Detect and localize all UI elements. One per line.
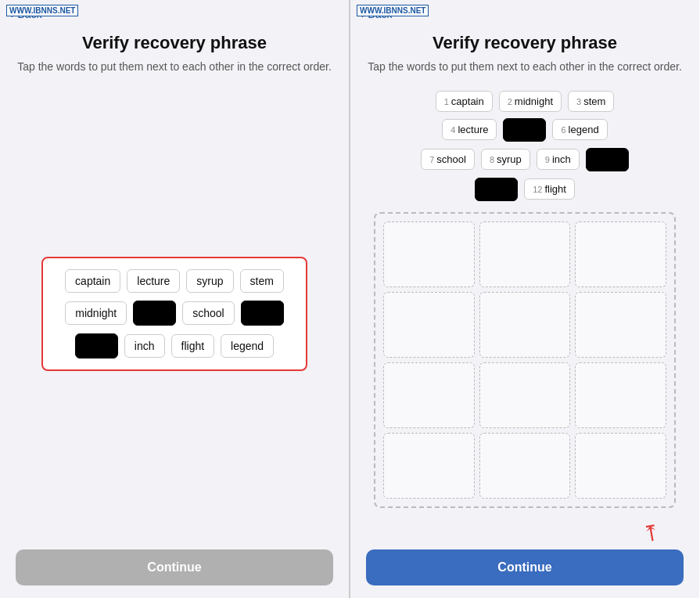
- slot-redacted-10[interactable]: [586, 148, 629, 171]
- slot-legend[interactable]: 6legend: [552, 119, 607, 140]
- drop-cell-9[interactable]: [575, 362, 666, 428]
- subtitle-right: Tap the words to put them next to each o…: [368, 59, 682, 75]
- drop-cell-2[interactable]: [479, 222, 571, 287]
- drop-cell-8[interactable]: [479, 362, 571, 428]
- word-row-2: midnight school: [52, 301, 296, 326]
- drop-cell-5[interactable]: [479, 292, 571, 358]
- slot-row-3: 7school 8syrup 9inch: [374, 148, 676, 171]
- panel-left: WWW.IBNNS.NET › Back Verify recovery phr…: [0, 0, 350, 598]
- word-chip-redacted-1[interactable]: [133, 301, 176, 326]
- word-chip-school[interactable]: school: [182, 301, 234, 325]
- slot-captain[interactable]: 1captain: [436, 91, 493, 112]
- slot-row-4: 12flight: [374, 178, 676, 201]
- slot-redacted-11[interactable]: [475, 178, 518, 201]
- continue-area-right: ⤒ Continue: [350, 508, 699, 598]
- word-chip-captain[interactable]: captain: [65, 269, 120, 293]
- word-bank-box: captain lecture syrup stem midnight scho…: [41, 257, 307, 371]
- drop-cell-7[interactable]: [383, 362, 475, 428]
- drop-cell-11[interactable]: [479, 433, 571, 499]
- subtitle-left: Tap the words to put them next to each o…: [17, 59, 332, 75]
- word-row-1: captain lecture syrup stem: [52, 269, 296, 293]
- word-chip-inch[interactable]: inch: [124, 334, 165, 358]
- slot-midnight[interactable]: 2midnight: [499, 91, 562, 112]
- title-right: Verify recovery phrase: [433, 33, 617, 53]
- drop-cell-10[interactable]: [383, 433, 475, 499]
- watermark-left: WWW.IBNNS.NET: [6, 5, 78, 16]
- slot-school[interactable]: 7school: [421, 149, 475, 170]
- word-chip-lecture[interactable]: lecture: [127, 269, 180, 293]
- slot-stem[interactable]: 3stem: [568, 91, 614, 112]
- title-left: Verify recovery phrase: [82, 33, 267, 53]
- word-chip-legend[interactable]: legend: [221, 334, 274, 358]
- continue-button-right[interactable]: Continue: [366, 549, 684, 585]
- arrow-hint: ⤒: [366, 521, 684, 549]
- panel-left-content: Verify recovery phrase Tap the words to …: [0, 25, 349, 537]
- slot-row-2: 4lecture 6legend: [374, 118, 676, 142]
- drop-cell-1[interactable]: [383, 222, 475, 287]
- slot-lecture[interactable]: 4lecture: [442, 119, 497, 140]
- panel-right-content: Verify recovery phrase Tap the words to …: [350, 25, 699, 508]
- word-chip-stem[interactable]: stem: [240, 269, 284, 293]
- word-bank-area: captain lecture syrup stem midnight scho…: [16, 91, 333, 537]
- word-chip-midnight[interactable]: midnight: [65, 301, 127, 325]
- drop-area: [374, 212, 676, 508]
- drop-cell-6[interactable]: [575, 292, 666, 358]
- word-row-3: inch flight legend: [52, 333, 296, 358]
- drop-cell-3[interactable]: [575, 222, 666, 287]
- continue-area-left: Continue: [0, 537, 349, 598]
- word-chip-redacted-3[interactable]: [75, 333, 118, 358]
- numbered-slots: 1captain 2midnight 3stem 4lecture 6legen…: [366, 91, 684, 201]
- word-chip-flight[interactable]: flight: [171, 334, 215, 358]
- drop-cell-4[interactable]: [383, 292, 475, 358]
- word-chip-redacted-2[interactable]: [241, 301, 284, 326]
- watermark-right: WWW.IBNNS.NET: [357, 5, 429, 16]
- panel-right: WWW.IBNNS.NET › Back Verify recovery phr…: [350, 0, 699, 598]
- word-chip-syrup[interactable]: syrup: [186, 269, 233, 293]
- arrow-down-icon: ⤒: [640, 519, 662, 547]
- continue-button-left[interactable]: Continue: [16, 549, 333, 585]
- slot-inch[interactable]: 9inch: [537, 149, 580, 170]
- slot-redacted-5[interactable]: [503, 118, 546, 142]
- slot-syrup[interactable]: 8syrup: [481, 149, 530, 170]
- slot-row-1: 1captain 2midnight 3stem: [374, 91, 676, 112]
- slot-flight[interactable]: 12flight: [524, 178, 575, 200]
- drop-cell-12[interactable]: [575, 433, 666, 499]
